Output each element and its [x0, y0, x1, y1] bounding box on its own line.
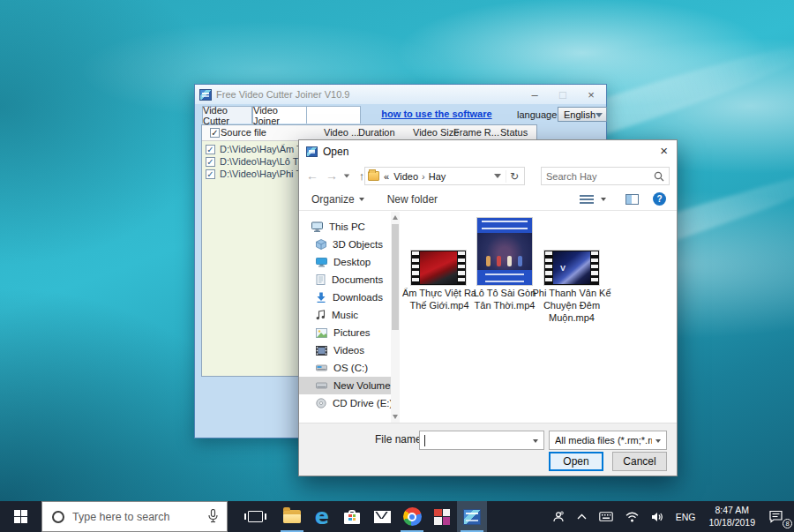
column-duration[interactable]: Duration	[358, 127, 395, 138]
app-titlebar[interactable]: Free Video Cutter Joiner V10.9 – □ ×	[195, 85, 606, 104]
edge-button[interactable]: e	[307, 501, 337, 532]
close-button[interactable]: ×	[583, 88, 599, 101]
sidebar-scrollbar[interactable]	[391, 212, 400, 423]
scrollbar-thumb[interactable]	[392, 224, 399, 330]
column-status[interactable]: Status	[500, 127, 528, 138]
file-name-label[interactable]: Phi Thanh Vân Kể Chuyện Đêm Muộn.mp4	[531, 288, 612, 324]
taskbar-search[interactable]	[41, 501, 228, 532]
row-checkbox[interactable]: ✓	[206, 157, 215, 167]
sidebar-item-music[interactable]: Music	[299, 306, 391, 324]
forward-button[interactable]: →	[322, 169, 341, 183]
cancel-button[interactable]: Cancel	[612, 452, 667, 471]
app-grid-button[interactable]	[427, 501, 457, 532]
column-source-file[interactable]: Source file	[221, 127, 266, 138]
dialog-icon	[306, 146, 318, 157]
breadcrumb-video[interactable]: Video	[393, 171, 418, 182]
show-hidden-icons-chevron[interactable]	[571, 501, 593, 532]
language-select[interactable]: English	[558, 107, 607, 122]
help-link[interactable]: how to use the software	[361, 109, 513, 119]
preview-pane-icon[interactable]	[625, 194, 639, 205]
dialog-titlebar[interactable]: Open ×	[299, 140, 677, 163]
file-thumbnail-am-thuc[interactable]	[411, 251, 466, 285]
refresh-icon[interactable]: ↻	[506, 170, 522, 183]
sidebar-item-os-c[interactable]: OS (C:)	[299, 359, 391, 377]
breadcrumb-overflow[interactable]: «	[384, 171, 389, 182]
sidebar-item-videos[interactable]: Videos	[299, 341, 391, 359]
videos-icon	[316, 346, 327, 356]
open-button[interactable]: Open	[549, 452, 603, 471]
task-view-button[interactable]	[240, 501, 270, 532]
wifi-icon[interactable]	[619, 501, 645, 532]
video-cutter-joiner-icon	[463, 509, 481, 525]
tab-bar: Video Cutter Video Joiner how to use the…	[195, 104, 606, 124]
search-icon[interactable]	[654, 171, 664, 182]
sidebar-item-this-pc[interactable]: This PC	[299, 218, 391, 236]
file-explorer-icon	[283, 510, 301, 523]
start-button[interactable]	[0, 501, 41, 532]
scroll-down-icon[interactable]	[393, 415, 398, 419]
sidebar-item-cd-drive-e[interactable]: CD Drive (E:)	[299, 394, 391, 412]
chevron-down-icon[interactable]	[533, 439, 538, 443]
minimize-button[interactable]: –	[527, 88, 543, 101]
dialog-title: Open	[323, 146, 348, 158]
tab-video-cutter[interactable]: Video Cutter	[202, 106, 252, 124]
people-icon[interactable]	[546, 501, 571, 532]
store-button[interactable]	[337, 501, 367, 532]
chrome-button[interactable]	[397, 501, 427, 532]
help-icon[interactable]: ?	[653, 192, 666, 206]
select-all-checkbox[interactable]: ✓	[210, 128, 220, 138]
sidebar-item-downloads[interactable]: Downloads	[299, 288, 391, 306]
mail-button[interactable]	[367, 501, 397, 532]
sidebar-item-new-volume-d[interactable]: New Volume (D:	[299, 377, 391, 394]
breadcrumb-hay[interactable]: Hay	[429, 171, 446, 182]
pictures-icon	[316, 328, 327, 338]
filmstrip-thumbnail	[411, 251, 466, 285]
row-checkbox[interactable]: ✓	[206, 145, 215, 154]
3d-objects-icon	[316, 239, 326, 250]
new-folder-button[interactable]: New folder	[387, 193, 438, 206]
sidebar-item-3d-objects[interactable]: 3D Objects	[299, 236, 391, 253]
organize-menu[interactable]: Organize	[311, 193, 364, 206]
app-title: Free Video Cutter Joiner V10.9	[216, 89, 349, 100]
search-input[interactable]	[546, 169, 650, 184]
dialog-footer: File name: All media files (*.rm;*.rmvb;…	[299, 423, 677, 476]
change-view-icon[interactable]	[580, 195, 594, 204]
back-button[interactable]: ←	[303, 169, 322, 183]
chevron-down-icon[interactable]	[655, 439, 661, 443]
row-checkbox[interactable]: ✓	[206, 169, 215, 179]
column-video[interactable]: Video ...	[324, 127, 359, 138]
video-cutter-joiner-taskbar-button[interactable]	[457, 501, 487, 532]
volume-icon[interactable]	[645, 501, 670, 532]
clock[interactable]: 8:47 AM 10/18/2019	[701, 505, 762, 528]
file-thumbnail-phi-thanh[interactable]: V	[544, 251, 599, 285]
sidebar-item-desktop[interactable]: Desktop	[299, 253, 391, 271]
sidebar-item-documents[interactable]: Documents	[299, 271, 391, 288]
file-list-area: V Ẩm Thực Việt Ra Thế Giới.mp4 Lô Tô Sài…	[401, 212, 677, 423]
taskbar: e	[0, 501, 794, 532]
file-name-combo[interactable]	[419, 431, 544, 450]
microphone-icon[interactable]	[208, 509, 218, 523]
language-indicator[interactable]: ENG	[670, 501, 702, 532]
action-center-button[interactable]: 8	[762, 501, 794, 532]
address-bar[interactable]: « Video › Hay ↻	[364, 167, 525, 185]
column-frame-rate[interactable]: Frame R...	[453, 127, 499, 138]
dialog-close-button[interactable]: ×	[660, 143, 668, 158]
history-dropdown-icon[interactable]	[344, 174, 349, 177]
sidebar-item-pictures[interactable]: Pictures	[299, 324, 391, 341]
maximize-button[interactable]: □	[555, 88, 571, 101]
file-thumbnail-lo-to[interactable]	[477, 218, 532, 285]
file-explorer-button[interactable]	[277, 501, 307, 532]
language-value: English	[564, 109, 596, 120]
file-name-input[interactable]	[425, 433, 528, 447]
screen: Free Video Cutter Joiner V10.9 – □ × Vid…	[0, 0, 794, 532]
scroll-up-icon[interactable]	[393, 215, 398, 220]
touch-keyboard-icon[interactable]	[593, 501, 619, 532]
taskbar-search-input[interactable]	[72, 511, 187, 523]
search-box[interactable]	[541, 167, 670, 185]
file-name-field-label: File name:	[375, 433, 424, 446]
views-dropdown-icon[interactable]	[601, 198, 606, 201]
tab-video-joiner[interactable]: Video Joiner	[252, 106, 307, 124]
file-type-combo[interactable]: All media files (*.rm;*.rmvb;*.fl	[549, 431, 667, 450]
address-dropdown-icon[interactable]	[494, 174, 501, 178]
column-video-size[interactable]: Video Size	[413, 127, 459, 138]
